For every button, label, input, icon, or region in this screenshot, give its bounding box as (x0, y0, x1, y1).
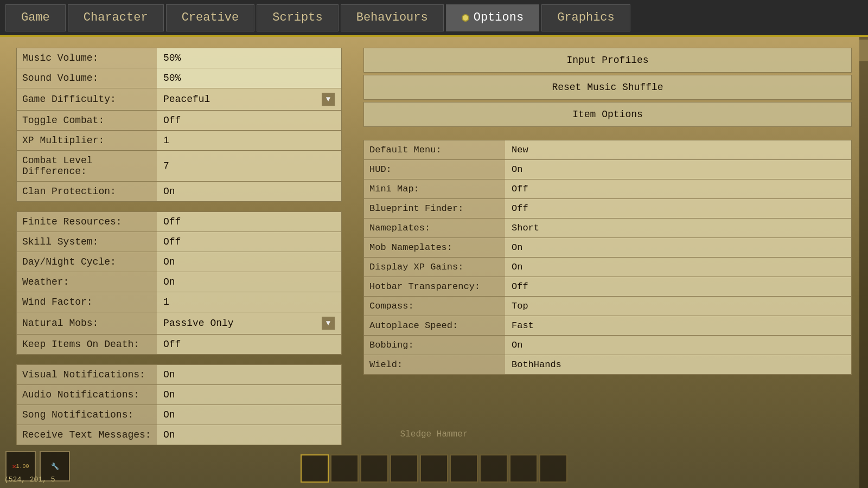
settings-row-value: On (157, 182, 341, 201)
tab-label: Creative (182, 11, 239, 24)
coordinates: (524, 201, 5 (4, 476, 55, 484)
right-settings-row: Bobbing:On (363, 335, 852, 355)
right-settings-label: Hotbar Transparency: (364, 277, 505, 296)
right-settings-label: HUD: (364, 160, 505, 179)
settings-row: Audio Notifications:On (16, 384, 342, 404)
settings-row-value: Off (157, 232, 341, 252)
section-notifications: Visual Notifications:OnAudio Notificatio… (16, 364, 342, 445)
right-settings-row: Wield:BothHands (363, 355, 852, 375)
settings-row: Music Volume:50% (16, 48, 342, 68)
settings-row-label: Finite Resources: (17, 212, 157, 232)
right-settings-label: Nameplates: (364, 219, 505, 237)
right-settings-row: Autoplace Speed:Fast (363, 316, 852, 335)
settings-row-value: 1 (157, 131, 341, 150)
settings-row: XP Multiplier:1 (16, 130, 342, 150)
right-settings-label: Display XP Gains: (364, 258, 505, 277)
dropdown-arrow-icon[interactable]: ▼ (322, 317, 335, 330)
settings-row-label: Keep Items On Death: (17, 335, 157, 354)
right-settings-value[interactable]: Top (505, 297, 851, 316)
settings-row-value: On (157, 405, 341, 425)
right-settings-value[interactable]: On (505, 258, 851, 277)
settings-row-value[interactable]: Passive Only▼ (157, 312, 341, 334)
settings-row-label: XP Multiplier: (17, 131, 157, 150)
settings-row-value: On (157, 252, 341, 272)
settings-row-label: Visual Notifications: (17, 365, 157, 384)
action-btn-reset-music-shuffle[interactable]: Reset Music Shuffle (363, 75, 852, 100)
right-panel: Input ProfilesReset Music ShuffleItem Op… (363, 48, 852, 477)
right-settings-value[interactable]: Short (505, 219, 851, 237)
settings-row-value: On (157, 425, 341, 445)
right-settings-table: Default Menu:NewHUD:OnMini Map:OffBluepr… (363, 140, 852, 375)
settings-row-label: Natural Mobs: (17, 312, 157, 334)
dropdown-arrow-icon[interactable]: ▼ (322, 93, 335, 106)
scrollbar-thumb[interactable] (859, 40, 868, 61)
right-settings-row: Hotbar Transparency:Off (363, 277, 852, 296)
right-settings-value[interactable]: Off (505, 199, 851, 218)
settings-row: Keep Items On Death:Off (16, 334, 342, 355)
tab-creative[interactable]: Creative (166, 4, 255, 31)
settings-row: Song Notifications:On (16, 404, 342, 425)
dropdown-value: Passive Only (163, 318, 234, 329)
right-settings-row: Default Menu:New (363, 140, 852, 159)
settings-row-label: Clan Protection: (17, 182, 157, 201)
settings-row-value: Off (157, 335, 341, 354)
right-settings-row: Blueprint Finder:Off (363, 198, 852, 218)
right-settings-label: Autoplace Speed: (364, 316, 505, 335)
settings-row: Game Difficulty:Peaceful▼ (16, 88, 342, 110)
tab-character[interactable]: Character (68, 4, 164, 31)
settings-row: Sound Volume:50% (16, 68, 342, 88)
right-settings-row: HUD:On (363, 159, 852, 179)
settings-row-value: Off (157, 212, 341, 232)
settings-row-label: Song Notifications: (17, 405, 157, 425)
right-settings-value[interactable]: Off (505, 277, 851, 296)
settings-row: Weather:On (16, 272, 342, 292)
scrollbar[interactable] (859, 37, 868, 488)
settings-row-value[interactable]: Peaceful▼ (157, 88, 341, 110)
settings-row-value: Off (157, 111, 341, 130)
settings-row: Clan Protection:On (16, 181, 342, 202)
right-settings-row: Nameplates:Short (363, 218, 852, 237)
navbar: GameCharacterCreativeScriptsBehavioursOp… (0, 0, 868, 37)
tab-game[interactable]: Game (5, 4, 66, 31)
settings-row: Skill System:Off (16, 232, 342, 252)
right-settings-value[interactable]: On (505, 336, 851, 355)
settings-row-label: Music Volume: (17, 48, 157, 68)
settings-row-label: Game Difficulty: (17, 88, 157, 110)
tab-label: Graphics (557, 11, 615, 24)
right-settings-label: Default Menu: (364, 140, 505, 159)
action-btn-item-options[interactable]: Item Options (363, 102, 852, 127)
tab-scripts[interactable]: Scripts (257, 4, 338, 31)
settings-row: Natural Mobs:Passive Only▼ (16, 312, 342, 334)
action-btn-input-profiles[interactable]: Input Profiles (363, 48, 852, 73)
tab-label: Game (21, 11, 50, 24)
right-settings-value[interactable]: New (505, 140, 851, 159)
settings-row-value[interactable]: 50% (157, 68, 341, 88)
bottom-hud: ✕1.00 🔧 (524, 201, 5 (0, 445, 868, 488)
settings-row-value: On (157, 365, 341, 384)
right-settings-label: Mini Map: (364, 179, 505, 198)
right-settings-value[interactable]: On (505, 238, 851, 257)
active-tab-indicator (462, 14, 469, 22)
right-settings-value[interactable]: Fast (505, 316, 851, 335)
tab-behaviours[interactable]: Behaviours (341, 4, 444, 31)
settings-row-label: Audio Notifications: (17, 385, 157, 404)
main-content: Music Volume:50%Sound Volume:50%Game Dif… (0, 37, 868, 488)
right-settings-value[interactable]: BothHands (505, 355, 851, 374)
settings-row-value: On (157, 272, 341, 292)
tab-label: Scripts (272, 11, 322, 24)
right-settings-value[interactable]: On (505, 160, 851, 179)
right-settings-label: Bobbing: (364, 336, 505, 355)
right-settings-row: Compass:Top (363, 296, 852, 316)
tab-graphics[interactable]: Graphics (541, 4, 630, 31)
settings-row-value[interactable]: 50% (157, 48, 341, 68)
right-settings-label: Blueprint Finder: (364, 199, 505, 218)
tab-options[interactable]: Options (446, 4, 539, 31)
right-settings-row: Mob Nameplates:On (363, 237, 852, 257)
settings-row: Finite Resources:Off (16, 211, 342, 232)
action-buttons: Input ProfilesReset Music ShuffleItem Op… (363, 48, 852, 127)
section-general: Music Volume:50%Sound Volume:50%Game Dif… (16, 48, 342, 202)
settings-row-label: Weather: (17, 272, 157, 292)
right-settings-label: Wield: (364, 355, 505, 374)
tab-label: Behaviours (356, 11, 428, 24)
right-settings-value[interactable]: Off (505, 179, 851, 198)
